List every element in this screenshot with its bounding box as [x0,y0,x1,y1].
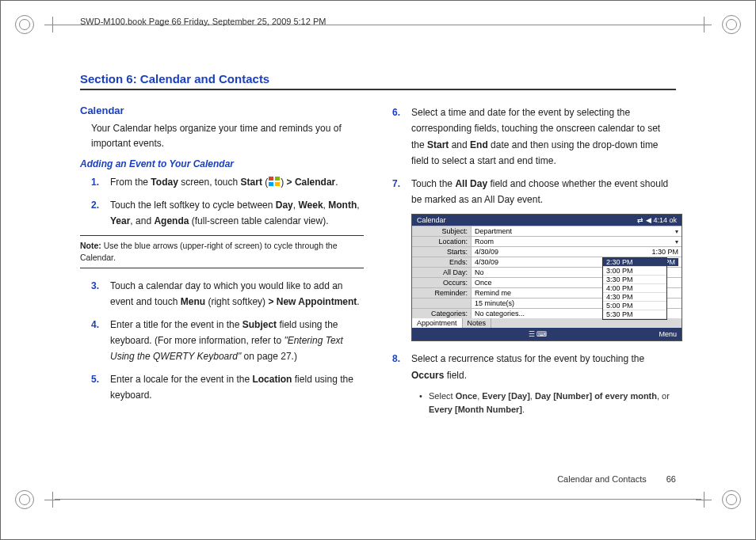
screenshot-title-bar: Calendar ⇄ ◀ 4:14 ok [412,215,682,226]
screenshot-status-icons: ⇄ ◀ 4:14 ok [637,216,677,224]
field-label-ends: Ends: [412,257,472,267]
heading-calendar: Calendar [80,105,364,116]
crop-mark-icon [696,492,712,508]
time-dropdown-list: 2:30 PM 3:00 PM 3:30 PM 4:00 PM 4:30 PM … [602,257,667,320]
text: Touch the [411,178,455,189]
softkey-right-menu: Menu [659,330,677,338]
step-1: 1. From the Today screen, touch Start ()… [91,174,364,190]
page-source-header: SWD-M100.book Page 66 Friday, September … [80,17,326,26]
footer-page-number: 66 [666,474,676,484]
text: , and [130,215,154,226]
text: and [449,139,470,150]
text: Select a recurrence status for the event… [411,353,644,364]
bold-text: Year [110,215,130,226]
bold-text: > Calendar [287,177,336,188]
dropdown-option: 5:00 PM [603,302,666,310]
step-number: 2. [91,197,110,230]
page: SWD-M100.book Page 66 Friday, September … [0,0,756,540]
device-screenshot: Calendar ⇄ ◀ 4:14 ok Subject:Department▾… [411,214,682,341]
field-label-occurs: Occurs: [412,278,472,287]
bold-text: Start [427,139,449,150]
bold-text: Month [328,200,357,211]
field-value-allday: No [475,268,484,276]
note-text: Use the blue arrows (upper-right of scre… [80,241,338,262]
step-6: 6. Select a time and date for the event … [392,105,676,169]
bold-text: Every [Day] [482,391,530,401]
step-number: 7. [392,176,411,208]
registration-target-icon [15,15,34,34]
chevron-down-icon: ▾ [675,228,678,235]
chevron-down-icon: ▾ [675,238,678,245]
dropdown-option: 3:30 PM [603,276,666,284]
bold-text: Day [276,200,293,211]
heading-adding-event: Adding an Event to Your Calendar [80,158,364,169]
bold-text: Start [241,177,262,188]
text: . [357,296,359,307]
step-number: 6. [392,105,411,169]
bold-text: Menu [181,296,205,307]
step-number: 4. [91,317,110,365]
registration-target-icon [15,490,34,509]
bold-text: End [470,139,488,150]
bullet-dot: • [419,390,429,416]
text: on page 27.) [244,351,297,362]
field-label-location: Location: [412,237,472,246]
windows-start-icon [269,177,280,186]
crop-mark-icon [44,492,60,508]
screenshot-softkey-bar: ☰ ⌨Menu [412,328,682,340]
text: field. [444,370,467,381]
text: . [522,405,525,414]
field-label-categories: Categories: [412,309,472,318]
step-4: 4. Enter a title for the event in the Su… [91,317,364,365]
text: ( [262,177,268,188]
content-area: Section 6: Calendar and Contacts Calenda… [80,72,676,484]
field-value-subject: Department [475,227,512,235]
bold-text: > New Appointment [268,296,357,307]
text: Select [429,391,456,401]
screenshot-app-name: Calendar [417,216,446,224]
field-label-blank [412,299,472,308]
bold-text: Agenda [154,215,189,226]
text: Touch the left softkey to cycle between [110,200,276,211]
dropdown-option: 2:30 PM [603,258,666,267]
field-label-subject: Subject: [412,226,472,236]
footer-chapter: Calendar and Contacts [557,474,647,484]
dropdown-option: 4:00 PM [603,284,666,293]
text: Enter a locale for the event in the [110,374,252,385]
text: (right softkey) [205,296,268,307]
step-8: 8. Select a recurrence status for the ev… [392,351,676,383]
field-label-allday: All Day: [412,268,472,277]
field-value-location: Room [475,238,494,245]
section-title: Section 6: Calendar and Contacts [80,72,676,90]
bold-text: Once [456,391,478,401]
step-3: 3. Touch a calendar day to which you wou… [91,278,364,310]
text: , or [657,391,670,401]
crop-rule [55,499,701,500]
field-value-reminder-minutes: 15 minute(s) [475,299,514,307]
field-value-ends-date: 4/30/09 [475,258,498,266]
step-7: 7. Touch the All Day field and choose wh… [392,176,676,208]
bold-text: Day [Number] of every month [535,391,657,401]
dropdown-option: 4:30 PM [603,293,666,302]
tab-notes: Notes [463,318,492,328]
step-5: 5. Enter a locale for the event in the L… [91,371,364,404]
bold-text: Occurs [411,370,444,381]
left-column: Calendar Your Calendar helps organize yo… [80,105,364,416]
step-2: 2. Touch the left softkey to cycle betwe… [91,197,364,230]
text: , [357,200,359,211]
registration-target-icon [722,15,741,34]
note-block: Note: Use the blue arrows (upper-right o… [80,235,364,268]
field-value-occurs: Once [475,279,492,287]
calendar-intro: Your Calendar helps organize your time a… [91,121,364,150]
text: Enter a title for the event in the [110,319,242,330]
bold-text: Today [151,177,178,188]
bold-text: Every [Month Number] [429,405,522,414]
field-value-starts-date: 4/30/09 [475,248,498,256]
page-footer: Calendar and Contacts 66 [557,474,676,484]
two-column-layout: Calendar Your Calendar helps organize yo… [80,105,676,416]
step-number: 1. [91,174,110,190]
dropdown-option: 3:00 PM [603,267,666,276]
text: From the [110,177,151,188]
text: (full-screen table calendar view). [189,215,328,226]
step-number: 5. [91,371,110,404]
